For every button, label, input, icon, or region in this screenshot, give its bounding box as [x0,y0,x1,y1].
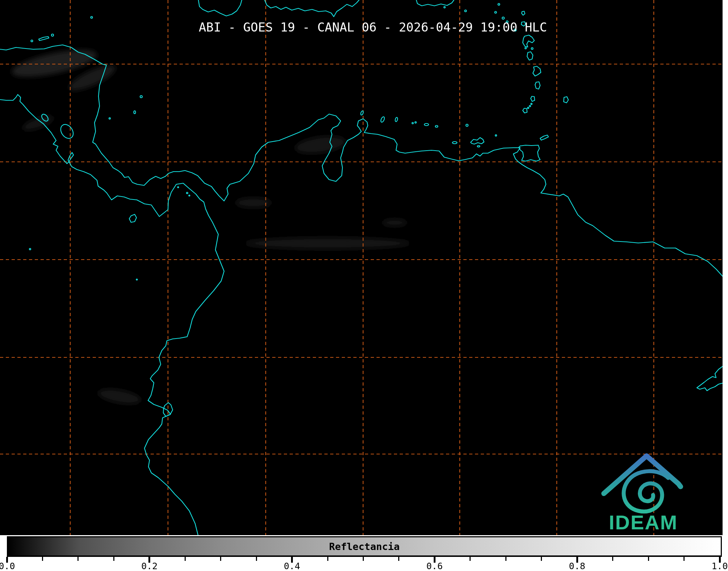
colorbar-minor-tick [470,557,471,561]
colorbar-minor-tick [256,557,257,561]
colorbar-minor-tick [185,557,186,561]
colorbar-minor-tick [612,557,613,561]
colorbar-minor-tick [77,557,79,561]
colorbar-minor-tick [220,557,221,561]
islands-west-caribbean-pacific [29,17,190,417]
island-hispaniola [265,0,359,17]
colorbar-minor-tick [541,557,542,561]
colorbar-label: Reflectancia [329,541,400,552]
colorbar-tick-label: 0.0 [0,562,15,571]
grid-meridians [70,0,654,535]
colorbar-minor-tick [648,557,649,561]
colorbar-minor-tick [683,557,685,561]
colorbar: Reflectancia [7,536,722,557]
ideam-logo: IDEAM [604,456,681,534]
amazon-river-mouth [697,366,723,391]
colorbar-minor-tick [42,557,43,561]
colorbar-tick-label: 0.4 [284,562,300,571]
mountain-swirl-icon [604,456,681,512]
map-title: ABI - GOES 19 - CANAL 06 - 2026-04-29 19… [199,21,547,33]
colorbar-axis: 0.00.20.40.60.81.0 [7,557,722,571]
colorbar-minor-tick [113,557,114,561]
island-puerto-rico [416,0,454,6]
colorbar-minor-tick [505,557,506,561]
colorbar-tick-label: 1.0 [711,562,728,571]
islands-venezuela-offshore [360,110,497,147]
map-area: IDEAM ABI - GOES 19 - CANAL 06 - 2026-04… [0,0,723,535]
island-jamaica [198,0,242,16]
colorbar-tick-label: 0.2 [141,562,157,571]
satellite-image-figure: IDEAM ABI - GOES 19 - CANAL 06 - 2026-04… [0,0,728,571]
colorbar-minor-tick [327,557,328,561]
colorbar-tick-label: 0.6 [426,562,443,571]
colorbar-minor-tick [363,557,364,561]
latlon-grid [0,0,723,535]
coastline-pacific [0,95,224,535]
colorbar-tick-label: 0.8 [569,562,585,571]
coastlines [0,0,723,535]
map-canvas: IDEAM [0,0,723,535]
ideam-logo-text: IDEAM [609,511,678,534]
colorbar-minor-tick [398,557,399,561]
